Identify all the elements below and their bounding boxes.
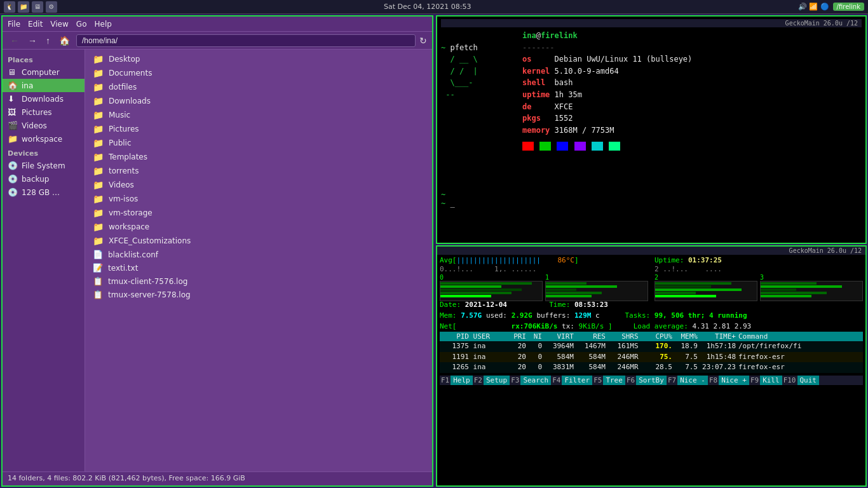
folder-label-vm-storage: vm-storage	[109, 208, 153, 217]
cell-cmd: /opt/firefox/fi	[736, 341, 860, 352]
header-cmd: Command	[736, 332, 860, 341]
sidebar-item-computer[interactable]: 🖥 Computer	[3, 65, 85, 79]
taskbar-app-icon-1[interactable]: 🐧	[4, 1, 15, 13]
sidebar-item-ina[interactable]: 🏠 ina	[3, 79, 85, 92]
table-row[interactable]: 1375 ina 20 0 3964M 1467M 161M S 170. 18…	[440, 341, 863, 352]
cell-ni: 0	[526, 362, 542, 373]
folder-vm-storage[interactable]: 📁 vm-storage	[88, 206, 430, 220]
fkey-f2[interactable]: F2Setup	[473, 376, 510, 385]
cell-shr: 246M	[606, 352, 634, 363]
folder-downloads[interactable]: 📁 Downloads	[88, 94, 430, 108]
fm-menu-view[interactable]: View	[50, 20, 68, 29]
cell-pri: 20	[507, 341, 526, 352]
taskbar-app-icon-3[interactable]: 🖥	[32, 1, 43, 13]
cell-user: ina	[469, 362, 507, 373]
fkey-f3[interactable]: F3Search	[510, 376, 551, 385]
cell-ni: 0	[526, 341, 542, 352]
file-blacklist[interactable]: 📄 blacklist.conf	[88, 248, 430, 261]
folder-public[interactable]: 📁 Public	[88, 136, 430, 150]
fm-path-input[interactable]	[76, 34, 416, 47]
header-s: S	[634, 332, 644, 341]
folder-pictures[interactable]: 📁 Pictures	[88, 122, 430, 136]
sidebar-item-128gb[interactable]: 💿 128 GB …	[3, 186, 85, 199]
file-tmux-client[interactable]: 📋 tmux-client-7576.log	[88, 274, 430, 288]
file-icon-blacklist: 📄	[93, 250, 103, 259]
taskbar-app-icon-2[interactable]: 📁	[18, 1, 29, 13]
cell-mem: 18.9	[672, 341, 698, 352]
folder-icon-desktop: 📁	[93, 54, 104, 64]
fm-menubar: File Edit View Go Help	[3, 17, 432, 32]
fm-back-button[interactable]: ←	[8, 35, 22, 46]
taskbar-sys-icons: 🔊 📶 🔵	[798, 3, 829, 11]
fkey-f7[interactable]: F7Nice -	[667, 376, 708, 385]
fm-body: Places 🖥 Computer 🏠 ina ⬇ Downloads 🖼 Pi…	[3, 50, 432, 471]
folder-xfce-custom[interactable]: 📁 XFCE_Customizations	[88, 234, 430, 248]
sidebar-item-videos[interactable]: 🎬 Videos	[3, 119, 85, 132]
folder-templates[interactable]: 📁 Templates	[88, 150, 430, 164]
cell-cmd: firefox-esr	[736, 362, 860, 373]
header-shr: SHR	[606, 332, 634, 341]
sidebar-item-filesystem[interactable]: 💿 File System	[3, 159, 85, 172]
table-row[interactable]: 1265 ina 20 0 3831M 584M 246M R 28.5 7.5…	[440, 362, 863, 373]
fm-menu-file[interactable]: File	[8, 20, 20, 29]
fm-home-button[interactable]: 🏠	[57, 35, 72, 46]
folder-documents[interactable]: 📁 Documents	[88, 66, 430, 80]
fm-menu-help[interactable]: Help	[94, 20, 111, 29]
folder-desktop[interactable]: 📁 Desktop	[88, 52, 430, 66]
cell-s: R	[634, 352, 644, 363]
file-tmux-server[interactable]: 📋 tmux-server-7578.log	[88, 288, 430, 301]
fkey-f1[interactable]: F1Help	[440, 376, 473, 385]
fkey-f10[interactable]: F10Quit	[782, 376, 819, 385]
folder-workspace[interactable]: 📁 workspace	[88, 220, 430, 234]
cell-time: 1h57:18	[698, 341, 736, 352]
folder-label-public: Public	[109, 139, 132, 147]
fm-refresh-button[interactable]: ↻	[419, 36, 427, 46]
terminal-titlebar: GeckoMain 26.0u /12	[441, 19, 862, 27]
cell-user: ina	[469, 341, 507, 352]
folder-label-downloads: Downloads	[109, 97, 151, 105]
folder-music[interactable]: 📁 Music	[88, 108, 430, 122]
taskbar-firelink-badge[interactable]: /firelink	[833, 3, 864, 11]
folder-label-templates: Templates	[109, 152, 147, 161]
cell-pid: 1265	[442, 362, 469, 373]
folder-vm-isos[interactable]: 📁 vm-isos	[88, 192, 430, 206]
cell-mem: 7.5	[672, 352, 698, 363]
fm-status-text: 14 folders, 4 files: 802.2 KiB (821,462 …	[8, 474, 245, 482]
file-texti[interactable]: 📝 texti.txt	[88, 261, 430, 274]
fm-content: 📁 Desktop 📁 Documents 📁 dotfiles 📁 Downl…	[85, 50, 432, 471]
taskbar-right: 🔊 📶 🔵 /firelink	[798, 3, 864, 11]
fkey-f4[interactable]: F4Filter	[551, 376, 592, 385]
sidebar-item-pictures[interactable]: 🖼 Pictures	[3, 105, 85, 119]
folder-label-pictures: Pictures	[109, 125, 139, 133]
table-row[interactable]: 1191 ina 20 0 584M 584M 246M R 75. 7.5 1…	[440, 352, 863, 363]
sidebar-label-videos: Videos	[22, 121, 47, 130]
cell-virt: 3964M	[542, 341, 574, 352]
fm-menu-go[interactable]: Go	[76, 20, 87, 29]
sidebar-item-downloads[interactable]: ⬇ Downloads	[3, 92, 85, 105]
file-icon-tmux-server: 📋	[93, 290, 103, 299]
cell-mem: 7.5	[672, 362, 698, 373]
folder-dotfiles[interactable]: 📁 dotfiles	[88, 80, 430, 94]
sidebar-item-backup[interactable]: 💿 backup	[3, 172, 85, 186]
places-label: Places	[3, 52, 85, 65]
fkey-f5[interactable]: F5Tree	[592, 376, 625, 385]
folder-videos[interactable]: 📁 Videos	[88, 178, 430, 192]
sidebar-label-workspace: workspace	[22, 135, 62, 144]
fkey-f8[interactable]: F8Nice +	[708, 376, 749, 385]
fm-forward-button[interactable]: →	[25, 35, 39, 46]
header-cpu: CPU%	[644, 332, 672, 341]
cell-res: 584M	[574, 352, 606, 363]
terminal-htop: GeckoMain 26.0u /12 Avg[||||||||||||||||…	[436, 245, 867, 487]
sidebar-item-workspace[interactable]: 📁 workspace	[3, 132, 85, 146]
folder-label-dotfiles: dotfiles	[109, 83, 137, 92]
fm-up-button[interactable]: ↑	[43, 35, 53, 46]
folder-label-desktop: Desktop	[109, 55, 140, 64]
fkey-f9[interactable]: F9Kill	[749, 376, 782, 385]
fm-menu-edit[interactable]: Edit	[28, 20, 43, 29]
fkey-f6[interactable]: F6SortBy	[625, 376, 667, 385]
cell-res: 1467M	[574, 341, 606, 352]
folder-torrents[interactable]: 📁 torrents	[88, 164, 430, 178]
cell-cpu: 28.5	[644, 362, 672, 373]
htop-funckeys: F1Help F2Setup F3Search F4Filter F5Tree …	[440, 376, 863, 385]
taskbar-app-icon-4[interactable]: ⚙	[46, 1, 57, 13]
